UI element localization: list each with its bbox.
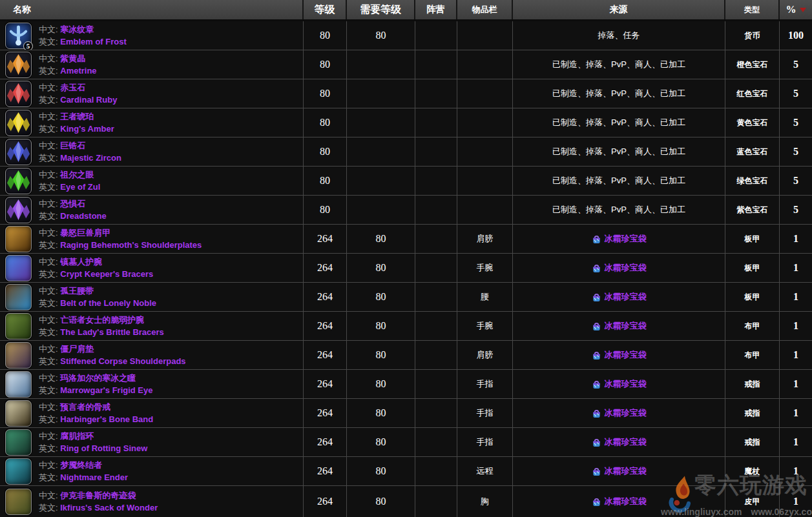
item-name-en[interactable]: King's Amber (60, 124, 114, 134)
item-name-en[interactable]: Emblem of Frost (60, 37, 127, 46)
item-name-cn[interactable]: 亡语者女士的脆弱护腕 (60, 315, 144, 325)
item-name-en[interactable]: Belt of the Lonely Noble (60, 298, 156, 308)
item-icon[interactable] (5, 226, 32, 252)
source-link[interactable]: 冰霜珍宝袋 (592, 349, 647, 361)
item-names: 中文: 预言者的骨戒 英文: Harbinger's Bone Band (39, 401, 153, 425)
column-header-percent[interactable]: % (780, 0, 812, 19)
item-name-en[interactable]: Cardinal Ruby (60, 95, 117, 105)
level-cell: 264 (304, 457, 347, 485)
column-header-req[interactable]: 需要等级 (347, 0, 415, 19)
item-name-cn[interactable]: 寒冰纹章 (60, 25, 94, 34)
item-icon[interactable] (5, 400, 32, 427)
column-header-slot[interactable]: 物品栏 (457, 0, 513, 19)
item-name-en[interactable]: Ametrine (60, 66, 96, 76)
item-names: 中文: 祖尔之眼 英文: Eye of Zul (39, 168, 100, 193)
source-cell: 冰霜珍宝袋 (513, 254, 725, 282)
source-link[interactable]: 冰霜珍宝袋 (592, 407, 647, 419)
item-name-cn[interactable]: 镇墓人护腕 (60, 257, 102, 267)
item-icon[interactable] (5, 342, 32, 369)
level-cell: 80 (304, 167, 347, 195)
column-header-source[interactable]: 来源 (513, 0, 725, 19)
source-link[interactable]: 冰霜珍宝袋 (592, 465, 647, 477)
bag-icon (592, 321, 601, 331)
item-name-cn[interactable]: 腐肌指环 (60, 431, 94, 441)
item-name-en[interactable]: The Lady's Brittle Bracers (60, 327, 164, 337)
item-icon[interactable] (5, 110, 32, 136)
item-name-en[interactable]: Harbinger's Bone Band (60, 414, 153, 424)
item-icon[interactable] (5, 458, 32, 485)
faction-cell (415, 399, 457, 427)
percent-cell: 1 (780, 399, 812, 427)
item-name-en[interactable]: Eye of Zul (60, 182, 100, 192)
item-icon[interactable] (5, 429, 32, 456)
required-level-cell (347, 196, 415, 224)
item-name-cn[interactable]: 僵尸肩垫 (60, 344, 94, 354)
faction-cell (415, 21, 457, 50)
item-name-en[interactable]: Majestic Zircon (60, 153, 121, 163)
slot-cell: 腰 (457, 283, 513, 311)
item-name-en[interactable]: Nightmare Ender (60, 472, 128, 482)
source-link[interactable]: 冰霜珍宝袋 (592, 378, 647, 390)
item-name-cn[interactable]: 巨锆石 (60, 141, 85, 150)
item-name-cn[interactable]: 伊克非鲁斯的奇迹袋 (60, 491, 136, 500)
table-row: 中文: 巨锆石 英文: Majestic Zircon 80 已制造、掉落、Pv… (0, 137, 812, 167)
source-link[interactable]: 冰霜珍宝袋 (592, 262, 647, 274)
item-name-en[interactable]: Raging Behemoth's Shoulderplates (60, 240, 202, 250)
item-icon[interactable] (5, 489, 32, 515)
item-icon[interactable] (5, 197, 32, 223)
faction-cell (415, 312, 457, 340)
item-name-cn[interactable]: 祖尔之眼 (60, 170, 94, 179)
column-header-faction[interactable]: 阵营 (415, 0, 457, 19)
item-name-cn[interactable]: 孤王腰带 (60, 286, 94, 296)
faction-cell (415, 283, 457, 311)
percent-cell: 5 (780, 137, 812, 166)
source-link-label: 冰霜珍宝袋 (605, 436, 647, 448)
item-icon[interactable] (5, 255, 32, 281)
item-name-en[interactable]: Crypt Keeper's Bracers (60, 269, 153, 279)
item-icon[interactable] (5, 371, 32, 398)
level-cell: 264 (304, 312, 347, 340)
column-header-type[interactable]: 类型 (725, 0, 780, 19)
source-link[interactable]: 冰霜珍宝袋 (592, 233, 647, 245)
bag-icon (592, 350, 601, 360)
item-name-cn[interactable]: 恐惧石 (60, 199, 85, 208)
item-icon[interactable] (5, 168, 32, 194)
column-header-name[interactable]: 名称 (0, 0, 304, 19)
item-name-en[interactable]: Dreadstone (60, 211, 107, 221)
bag-icon (592, 438, 601, 447)
item-name-cn[interactable]: 赤玉石 (60, 83, 85, 92)
item-icon[interactable] (5, 52, 32, 78)
item-icon[interactable]: 5 (5, 23, 32, 49)
source-link[interactable]: 冰霜珍宝袋 (592, 320, 647, 332)
source-link[interactable]: 冰霜珍宝袋 (592, 496, 647, 507)
source-cell: 已制造、掉落、PvP、商人、已加工 (513, 167, 725, 195)
column-header-level[interactable]: 等级 (304, 0, 347, 19)
source-link[interactable]: 冰霜珍宝袋 (592, 291, 647, 303)
item-icon[interactable] (5, 139, 32, 165)
item-icon[interactable] (5, 284, 32, 310)
item-table: 名称等级需要等级阵营物品栏来源类型% 5 中文: 寒冰纹章 (0, 0, 812, 517)
slot-cell: 手腕 (457, 254, 513, 282)
item-name-en[interactable]: Ring of Rotting Sinew (60, 443, 147, 453)
source-link-label: 冰霜珍宝袋 (605, 291, 647, 303)
item-name-en[interactable]: Marrowgar's Frigid Eye (60, 385, 152, 395)
en-label: 英文: (39, 503, 58, 512)
item-name-en[interactable]: Stiffened Corpse Shoulderpads (60, 356, 185, 366)
item-name-cn[interactable]: 暴怒巨兽肩甲 (60, 228, 110, 238)
table-row: 5 中文: 寒冰纹章 英文: Emblem of Frost 80 80 掉落、… (0, 21, 812, 50)
name-cell: 中文: 预言者的骨戒 英文: Harbinger's Bone Band (0, 399, 304, 427)
cn-label: 中文: (39, 54, 58, 63)
item-name-cn[interactable]: 王者琥珀 (60, 112, 94, 121)
en-label: 英文: (39, 124, 58, 134)
item-name-cn[interactable]: 玛洛加尔的寒冰之瞳 (60, 373, 136, 383)
item-icon[interactable] (5, 313, 32, 340)
item-name-cn[interactable]: 紫黄晶 (60, 54, 85, 63)
cn-label: 中文: (39, 460, 58, 470)
item-name-en[interactable]: Ikfirus's Sack of Wonder (60, 503, 158, 512)
required-level-cell (347, 137, 415, 166)
faction-cell (415, 167, 457, 195)
source-link[interactable]: 冰霜珍宝袋 (592, 436, 647, 448)
item-name-cn[interactable]: 梦魇终结者 (60, 460, 102, 470)
item-name-cn[interactable]: 预言者的骨戒 (60, 402, 110, 412)
item-icon[interactable] (5, 81, 32, 107)
